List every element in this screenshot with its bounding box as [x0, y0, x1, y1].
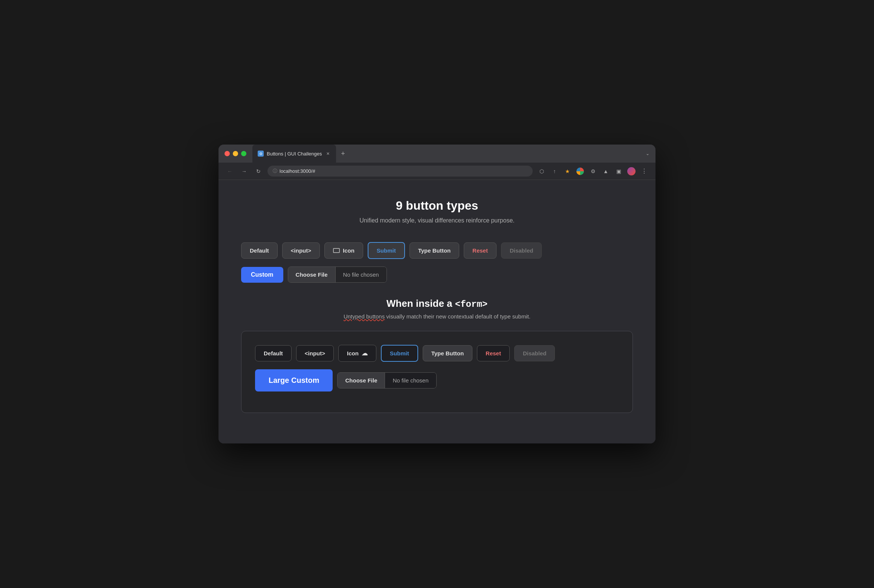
top-button-row: Default <input> Icon Submit Type Button …	[241, 242, 633, 259]
pizza-icon	[576, 168, 584, 175]
large-custom-button[interactable]: Large Custom	[255, 369, 333, 391]
form-section-subtitle: Untyped buttons visually match their new…	[241, 313, 633, 320]
toolbar-icons: ⬡ ↑ ★ ⚙ ▲ ▣ ⋮	[536, 166, 649, 177]
form-section-title: When inside a <form>	[241, 298, 633, 309]
forward-button[interactable]: →	[239, 166, 249, 177]
form-icon-button[interactable]: Icon ☁	[338, 345, 376, 362]
address-bar: ← → ↻ ⓘ localhost:3000/# ⬡ ↑ ★ ⚙ ▲ ▣ ⋮	[218, 163, 656, 180]
page-content: 9 button types Unified modern style, vis…	[218, 180, 656, 443]
split-view-icon[interactable]: ▣	[613, 166, 624, 177]
tab-title: Buttons | GUI Challenges	[267, 151, 322, 157]
title-bar: ⚙ Buttons | GUI Challenges ✕ + ⌄	[218, 145, 656, 163]
file-input-wrapper: Choose File No file chosen	[288, 267, 387, 283]
icon-button-label: Icon	[343, 247, 354, 254]
form-button-row: Default <input> Icon ☁ Submit Type Butto…	[255, 345, 619, 362]
form-container: Default <input> Icon ☁ Submit Type Butto…	[241, 331, 633, 413]
lock-icon: ⓘ	[273, 168, 277, 174]
form-reset-button[interactable]: Reset	[477, 345, 510, 361]
form-input-button[interactable]: <input>	[296, 345, 334, 361]
form-default-button[interactable]: Default	[255, 345, 292, 361]
tab-bar: ⚙ Buttons | GUI Challenges ✕ +	[252, 145, 656, 163]
chevron-down-icon[interactable]: ⌄	[646, 151, 649, 156]
browser-window: ⚙ Buttons | GUI Challenges ✕ + ⌄ ← → ↻ ⓘ…	[218, 145, 656, 443]
traffic-light-green[interactable]	[241, 151, 246, 156]
submit-button[interactable]: Submit	[368, 242, 405, 259]
tab-favicon: ⚙	[258, 151, 264, 157]
traffic-light-yellow[interactable]	[233, 151, 238, 156]
traffic-lights	[218, 151, 252, 156]
pizza-menu-icon[interactable]	[575, 166, 585, 177]
default-button[interactable]: Default	[241, 242, 278, 259]
new-tab-button[interactable]: +	[338, 148, 348, 159]
form-subtitle-text: visually match their new contextual defa…	[385, 313, 530, 320]
untyped-buttons-label: Untyped buttons	[344, 313, 385, 320]
custom-file-row: Custom Choose File No file chosen	[241, 267, 633, 283]
cloud-icon: ☁	[362, 350, 368, 357]
icon-button[interactable]: Icon	[324, 242, 363, 259]
envelope-icon-wrapper	[333, 248, 340, 253]
notifications-icon[interactable]: ▲	[600, 166, 611, 177]
form-custom-file-row: Large Custom Choose File No file chosen	[255, 369, 619, 391]
user-avatar	[627, 167, 636, 175]
form-section-divider: When inside a <form> Untyped buttons vis…	[241, 298, 633, 320]
back-button[interactable]: ←	[225, 166, 235, 177]
form-title-code: <form>	[455, 299, 487, 309]
reload-button[interactable]: ↻	[253, 166, 264, 177]
bookmark-icon[interactable]: ★	[562, 166, 573, 177]
page-title: 9 button types	[241, 199, 633, 213]
reset-button[interactable]: Reset	[464, 242, 497, 259]
form-submit-button[interactable]: Submit	[381, 345, 418, 362]
traffic-light-red[interactable]	[225, 151, 230, 156]
form-icon-label: Icon	[347, 350, 359, 356]
custom-button[interactable]: Custom	[241, 267, 283, 283]
form-choose-file-button[interactable]: Choose File	[338, 373, 385, 388]
input-button[interactable]: <input>	[282, 242, 320, 259]
share-icon[interactable]: ↑	[549, 166, 560, 177]
avatar-icon[interactable]	[626, 166, 637, 177]
form-title-text: When inside a	[387, 298, 455, 309]
choose-file-button[interactable]: Choose File	[288, 267, 336, 282]
url-bar[interactable]: ⓘ localhost:3000/#	[267, 166, 533, 177]
open-external-icon[interactable]: ⬡	[536, 166, 547, 177]
form-no-file-chosen-label: No file chosen	[385, 373, 436, 388]
extensions-icon[interactable]: ⚙	[588, 166, 598, 177]
page-subtitle: Unified modern style, visual differences…	[241, 217, 633, 224]
active-tab[interactable]: ⚙ Buttons | GUI Challenges ✕	[252, 145, 336, 163]
disabled-button: Disabled	[501, 242, 542, 259]
more-options-button[interactable]: ⋮	[639, 166, 649, 177]
tab-close-button[interactable]: ✕	[325, 151, 331, 157]
url-text: localhost:3000/#	[280, 168, 315, 174]
type-button[interactable]: Type Button	[409, 242, 459, 259]
form-disabled-button: Disabled	[514, 345, 555, 361]
form-type-button[interactable]: Type Button	[423, 345, 472, 361]
form-file-input-wrapper: Choose File No file chosen	[337, 372, 436, 388]
no-file-chosen-label: No file chosen	[336, 267, 387, 282]
